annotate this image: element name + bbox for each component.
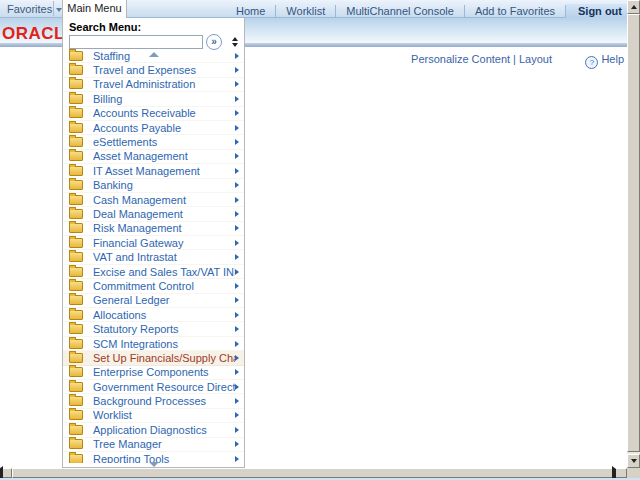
horizontal-scrollbar-thumb[interactable] bbox=[12, 468, 613, 478]
menu-item[interactable]: Accounts Payable bbox=[63, 121, 244, 135]
main-menu-dropdown: Search Menu: » Staffing Travel and Expen… bbox=[62, 18, 245, 468]
menu-item[interactable]: Deal Management bbox=[63, 207, 244, 221]
home-link[interactable]: Home bbox=[226, 5, 276, 17]
menu-item[interactable]: IT Asset Management bbox=[63, 164, 244, 178]
folder-icon bbox=[69, 281, 83, 291]
submenu-arrow-icon bbox=[235, 269, 239, 275]
spinner-up-icon bbox=[232, 37, 238, 41]
menu-item-label: Billing bbox=[93, 93, 235, 105]
submenu-arrow-icon bbox=[235, 211, 239, 217]
menu-item-label: eSettlements bbox=[93, 136, 235, 148]
menu-item[interactable]: Accounts Receivable bbox=[63, 107, 244, 121]
menu-resize-spinner[interactable] bbox=[231, 37, 239, 47]
menu-item-label: Banking bbox=[93, 179, 235, 191]
main-menu-button[interactable]: Main Menu bbox=[62, 0, 127, 18]
submenu-arrow-icon bbox=[235, 369, 239, 375]
menu-item-label: Travel and Expenses bbox=[93, 64, 235, 76]
help-link[interactable]: ?Help bbox=[585, 53, 624, 69]
menu-item[interactable]: Tree Manager bbox=[63, 438, 244, 452]
menu-item[interactable]: Banking bbox=[63, 179, 244, 193]
folder-icon bbox=[69, 410, 83, 420]
menu-item-label: Allocations bbox=[93, 309, 235, 321]
scroll-left-button[interactable] bbox=[0, 468, 12, 478]
submenu-arrow-icon bbox=[235, 283, 239, 289]
menu-item-label: Accounts Receivable bbox=[93, 107, 235, 119]
menu-item-label: Tree Manager bbox=[93, 438, 235, 450]
menu-item-label: Asset Management bbox=[93, 150, 235, 162]
peoplesoft-window: Favorites Main Menu ORACLE Home Worklist… bbox=[0, 0, 640, 480]
menu-item[interactable]: Enterprise Components bbox=[63, 366, 244, 380]
menu-item[interactable]: General Ledger bbox=[63, 294, 244, 308]
scrollbar-corner bbox=[627, 468, 640, 478]
menu-item[interactable]: Travel and Expenses bbox=[63, 63, 244, 77]
folder-icon bbox=[69, 367, 83, 377]
submenu-arrow-icon bbox=[235, 412, 239, 418]
folder-icon bbox=[69, 209, 83, 219]
menu-item[interactable]: Asset Management bbox=[63, 150, 244, 164]
folder-icon bbox=[69, 324, 83, 334]
multichannel-console-link[interactable]: MultiChannel Console bbox=[336, 5, 465, 17]
menu-item[interactable]: Application Diagnostics bbox=[63, 423, 244, 437]
folder-icon bbox=[69, 339, 83, 349]
menu-item[interactable]: eSettlements bbox=[63, 135, 244, 149]
add-to-favorites-link[interactable]: Add to Favorites bbox=[465, 5, 566, 17]
menu-item-label: Set Up Financials/Supply Chain bbox=[93, 352, 235, 364]
menu-item[interactable]: Allocations bbox=[63, 308, 244, 322]
menu-scroll-down-icon[interactable] bbox=[149, 462, 159, 467]
vertical-scrollbar-thumb[interactable] bbox=[627, 14, 640, 452]
folder-icon bbox=[69, 195, 83, 205]
menu-item[interactable]: Statutory Reports bbox=[63, 322, 244, 336]
menu-item[interactable]: Set Up Financials/Supply Chain bbox=[63, 351, 244, 365]
menu-item-label: Financial Gateway bbox=[93, 237, 235, 249]
menu-item[interactable]: Commitment Control bbox=[63, 279, 244, 293]
menu-item[interactable]: Risk Management bbox=[63, 222, 244, 236]
scroll-right-button[interactable] bbox=[613, 468, 627, 478]
folder-icon bbox=[69, 151, 83, 161]
menu-item[interactable]: Excise and Sales Tax/VAT IND bbox=[63, 265, 244, 279]
horizontal-scrollbar[interactable] bbox=[0, 468, 627, 478]
menu-item-label: Application Diagnostics bbox=[93, 424, 235, 436]
submenu-arrow-icon bbox=[235, 441, 239, 447]
menu-search-input[interactable] bbox=[69, 35, 203, 49]
worklist-link[interactable]: Worklist bbox=[276, 5, 336, 17]
submenu-arrow-icon bbox=[235, 427, 239, 433]
submenu-arrow-icon bbox=[235, 67, 239, 73]
folder-icon bbox=[69, 180, 83, 190]
search-menu-label: Search Menu: bbox=[69, 21, 244, 33]
scroll-up-button[interactable] bbox=[627, 0, 640, 14]
menu-item[interactable]: Cash Management bbox=[63, 193, 244, 207]
personalize-content-link[interactable]: Personalize Content bbox=[411, 53, 510, 65]
submenu-arrow-icon bbox=[235, 297, 239, 303]
scroll-down-button[interactable] bbox=[627, 454, 640, 468]
folder-icon bbox=[69, 94, 83, 104]
menu-item[interactable]: Staffing bbox=[63, 49, 244, 63]
menu-item[interactable]: SCM Integrations bbox=[63, 337, 244, 351]
submenu-arrow-icon bbox=[235, 197, 239, 203]
menu-item[interactable]: Background Processes bbox=[63, 394, 244, 408]
menu-item[interactable]: Government Resource Directory bbox=[63, 380, 244, 394]
sign-out-link[interactable]: Sign out bbox=[566, 4, 634, 18]
menu-item-label: Worklist bbox=[93, 409, 235, 421]
menu-item-label: Deal Management bbox=[93, 208, 235, 220]
folder-icon bbox=[69, 65, 83, 75]
menu-item[interactable]: Financial Gateway bbox=[63, 236, 244, 250]
menu-item-label: Staffing bbox=[93, 50, 235, 62]
favorites-label: Favorites bbox=[7, 3, 52, 15]
menu-item[interactable]: Billing bbox=[63, 92, 244, 106]
submenu-arrow-icon bbox=[235, 456, 239, 462]
vertical-scrollbar[interactable] bbox=[627, 0, 640, 468]
submenu-arrow-icon bbox=[235, 139, 239, 145]
submenu-arrow-icon bbox=[235, 81, 239, 87]
menu-item-label: Government Resource Directory bbox=[93, 381, 235, 393]
search-go-button[interactable]: » bbox=[206, 34, 222, 50]
menu-item[interactable]: VAT and Intrastat bbox=[63, 250, 244, 264]
search-row: » bbox=[69, 34, 244, 50]
menu-bar-divider bbox=[53, 1, 54, 16]
menu-item[interactable]: Worklist bbox=[63, 409, 244, 423]
layout-link[interactable]: Layout bbox=[519, 53, 552, 65]
submenu-arrow-icon bbox=[235, 225, 239, 231]
submenu-arrow-icon bbox=[235, 153, 239, 159]
header-links: Home Worklist MultiChannel Console Add t… bbox=[226, 3, 634, 19]
help-label: Help bbox=[601, 53, 624, 65]
menu-item[interactable]: Travel Administration bbox=[63, 78, 244, 92]
